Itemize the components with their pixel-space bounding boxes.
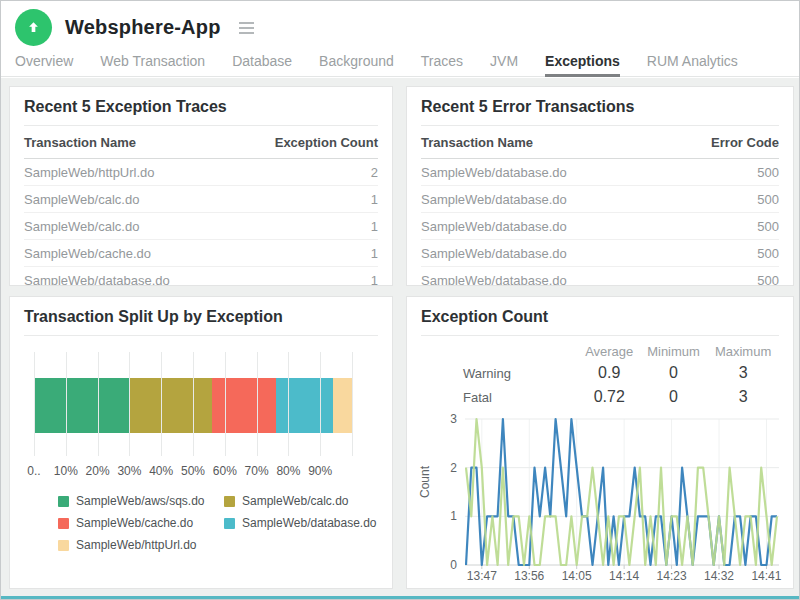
- panel-recent-exception-traces: Recent 5 Exception Traces Transaction Na…: [9, 86, 393, 286]
- column-header: Transaction Name: [24, 126, 243, 159]
- legend-swatch: [224, 518, 235, 529]
- transaction-name-cell: SampleWeb/database.do: [421, 240, 643, 267]
- y-tick-label: 3: [417, 412, 457, 426]
- gridline: [161, 352, 162, 456]
- transaction-name-cell: SampleWeb/database.do: [421, 159, 643, 186]
- stats-row-label: Warning: [421, 361, 579, 385]
- dashboard-content: Recent 5 Exception Traces Transaction Na…: [1, 78, 799, 596]
- transaction-name-cell: SampleWeb/database.do: [421, 267, 643, 287]
- panel-transaction-split: Transaction Split Up by Exception 0..10%…: [9, 296, 393, 589]
- transaction-name-cell: SampleWeb/cache.do: [24, 240, 243, 267]
- tab-background[interactable]: Background: [319, 49, 394, 76]
- transaction-name-cell: SampleWeb/database.do: [24, 267, 243, 287]
- gridline: [320, 352, 321, 456]
- stats-row-label: Fatal: [421, 385, 579, 409]
- x-tick-label: 40%: [149, 464, 173, 478]
- stats-column-maximum: Maximum: [707, 338, 779, 361]
- panel-title: Transaction Split Up by Exception: [24, 308, 378, 335]
- y-tick-label: 0: [417, 558, 457, 572]
- tab-bar: OverviewWeb TransactionDatabaseBackgroun…: [1, 49, 799, 77]
- stats-value: 0.72: [579, 385, 640, 409]
- y-tick-label: 1: [417, 509, 457, 523]
- legend-swatch: [58, 496, 69, 507]
- legend-item-sampleweb-httpurl-do: SampleWeb/httpUrl.do: [58, 538, 206, 552]
- exception-count-cell: 1: [243, 186, 378, 213]
- transaction-name-cell: SampleWeb/calc.do: [24, 186, 243, 213]
- table-row: SampleWeb/database.do500: [421, 240, 779, 267]
- tab-exceptions[interactable]: Exceptions: [545, 49, 620, 77]
- tab-overview[interactable]: Overview: [15, 49, 73, 76]
- divider: [24, 335, 378, 336]
- table-row: SampleWeb/database.do500: [421, 186, 779, 213]
- x-tick-label: 13:56: [514, 569, 544, 583]
- legend-swatch: [58, 518, 69, 529]
- x-tick-label: 30%: [117, 464, 141, 478]
- gridline: [34, 352, 35, 456]
- gridline: [193, 352, 194, 456]
- hamburger-menu-icon[interactable]: [236, 19, 257, 37]
- app-header: Websphere-App: [1, 1, 799, 49]
- x-tick-label: 14:23: [657, 569, 687, 583]
- data-table: Transaction NameError CodeSampleWeb/data…: [421, 126, 779, 286]
- error-code-cell: 500: [643, 159, 779, 186]
- app-window: Websphere-App OverviewWeb TransactionDat…: [0, 0, 800, 600]
- stats-corner-cell: [421, 338, 579, 361]
- x-tick-label: 14:05: [562, 569, 592, 583]
- x-tick-label: 20%: [86, 464, 110, 478]
- panel-recent-error-transactions: Recent 5 Error Transactions Transaction …: [406, 86, 794, 286]
- exception-count-cell: 1: [243, 267, 378, 287]
- y-tick-label: 2: [417, 461, 457, 475]
- x-tick-label: 0..: [27, 464, 40, 478]
- page-title: Websphere-App: [65, 16, 221, 39]
- transaction-name-cell: SampleWeb/calc.do: [24, 213, 243, 240]
- x-tick-label: 80%: [276, 464, 300, 478]
- x-tick-label: 90%: [308, 464, 332, 478]
- line-chart: Count 012313:4713:5614:0514:1414:2314:32…: [421, 411, 793, 583]
- bottom-edge-strip: [1, 596, 799, 599]
- legend-swatch: [533, 588, 545, 590]
- legend-item-warning: Warning: [533, 586, 600, 589]
- legend-label: SampleWeb/calc.do: [242, 494, 349, 508]
- data-table: Transaction NameException CountSampleWeb…: [24, 126, 378, 286]
- bar-segment-sampleweb-database-do: [276, 378, 333, 433]
- stats-table: AverageMinimumMaximumWarning0.903Fatal0.…: [421, 338, 779, 409]
- column-header: Exception Count: [243, 126, 378, 159]
- stats-value: 0: [640, 385, 707, 409]
- tab-traces[interactable]: Traces: [421, 49, 463, 76]
- tab-rum-analytics[interactable]: RUM Analytics: [647, 49, 738, 76]
- legend-label: Fatal: [639, 586, 668, 589]
- legend-swatch: [224, 496, 235, 507]
- exception-count-cell: 2: [243, 159, 378, 186]
- column-header: Transaction Name: [421, 126, 643, 159]
- transaction-name-cell: SampleWeb/database.do: [421, 213, 643, 240]
- panel-title: Recent 5 Exception Traces: [24, 98, 378, 125]
- up-arrow-icon: [25, 19, 42, 36]
- x-tick-label: 14:14: [609, 569, 639, 583]
- stats-header-row: AverageMinimumMaximum: [421, 338, 779, 361]
- tab-database[interactable]: Database: [232, 49, 292, 76]
- bar-segment-sampleweb-httpurl-do: [333, 378, 352, 433]
- stacked-bar-chart: 0..10%20%30%40%50%60%70%80%90%: [24, 352, 378, 480]
- table-row: SampleWeb/database.do500: [421, 213, 779, 240]
- x-tick-label: 14:32: [704, 569, 734, 583]
- legend-label: Warning: [552, 586, 600, 589]
- chart-legend: SampleWeb/aws/sqs.doSampleWeb/calc.doSam…: [58, 494, 378, 552]
- stats-row: Fatal0.7203: [421, 385, 779, 409]
- legend-item-fatal: Fatal: [620, 586, 668, 589]
- table-row: SampleWeb/database.do500: [421, 267, 779, 287]
- panel-exception-count: Exception Count AverageMinimumMaximumWar…: [406, 296, 794, 589]
- table-header-row: Transaction NameError Code: [421, 126, 779, 159]
- table-header-row: Transaction NameException Count: [24, 126, 378, 159]
- error-code-cell: 500: [643, 267, 779, 287]
- legend-item-sampleweb-aws-sqs-do: SampleWeb/aws/sqs.do: [58, 494, 206, 508]
- gridline: [288, 352, 289, 456]
- x-tick-label: 50%: [181, 464, 205, 478]
- column-header: Error Code: [643, 126, 779, 159]
- x-tick-label: 60%: [213, 464, 237, 478]
- legend-label: SampleWeb/httpUrl.do: [76, 538, 197, 552]
- tab-jvm[interactable]: JVM: [490, 49, 518, 76]
- legend-swatch: [620, 588, 632, 590]
- table-row: SampleWeb/httpUrl.do2: [24, 159, 378, 186]
- chart-legend: WarningFatal: [421, 586, 779, 589]
- tab-web-transaction[interactable]: Web Transaction: [100, 49, 205, 76]
